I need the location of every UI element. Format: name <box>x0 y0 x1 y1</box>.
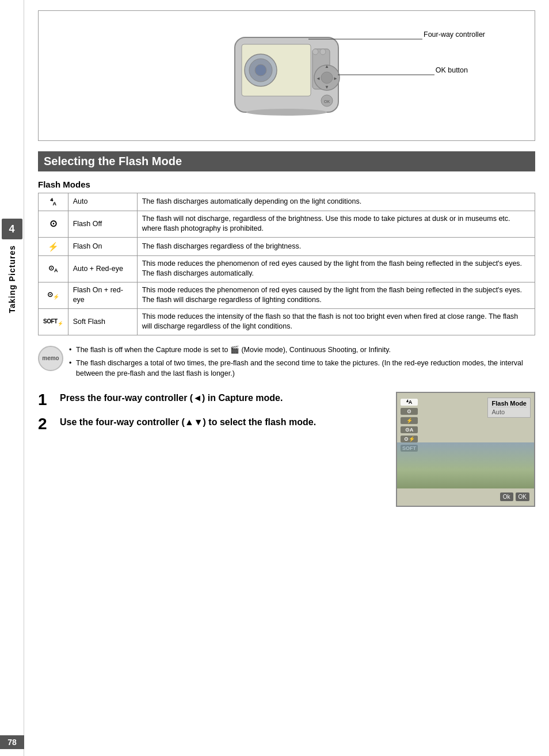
flash-description-3: This mode reduces the phenomenon of red … <box>137 255 535 282</box>
memo-content: The flash is off when the Capture mode i… <box>69 345 535 381</box>
preview-icon-0: ⁴A <box>401 399 418 406</box>
flash-mode-name-1: Flash Off <box>68 211 137 237</box>
camera-diagram: ▲ ▼ ◄ ► OK <box>38 10 535 141</box>
memo-section: memo The flash is off when the Capture m… <box>38 345 535 381</box>
flash-icon-1: ⊙ <box>39 211 68 237</box>
flash-description-0: The flash discharges automatically depen… <box>137 193 535 211</box>
sidebar: 4 Taking Pictures <box>0 0 24 756</box>
preview-icon-3: ⊙A <box>401 426 418 433</box>
flash-description-4: This mode reduces the phenomenon of red … <box>137 282 535 308</box>
preview-background <box>397 442 534 488</box>
flash-description-1: The flash will not discharge, regardless… <box>137 211 535 237</box>
flash-modes-heading: Flash Modes <box>38 180 535 189</box>
svg-point-15 <box>255 64 266 76</box>
step-2: 2 Use the four-way controller (▲▼) to se… <box>38 416 387 432</box>
preview-ok-confirm: OK <box>516 492 529 501</box>
flash-mode-name-5: Soft Flash <box>68 308 137 335</box>
memo-bullet-1: The flash discharges a total of two time… <box>69 358 535 380</box>
svg-text:▼: ▼ <box>325 85 329 90</box>
page-number: 78 <box>0 735 24 749</box>
chapter-number: 4 <box>2 219 22 239</box>
flash-icon-0: ⁴A <box>39 193 68 211</box>
step-text-2: Use the four-way controller (▲▼) to sele… <box>60 416 316 429</box>
table-row: ⊙A Auto + Red-eye This mode reduces the … <box>39 255 535 282</box>
table-row: ⚡ Flash On The flash discharges regardle… <box>39 237 535 255</box>
svg-point-16 <box>246 109 327 116</box>
flash-description-2: The flash discharges regardless of the b… <box>137 237 535 255</box>
preview-flash-mode-box: Flash Mode Auto <box>487 398 531 418</box>
svg-text:OK: OK <box>324 100 330 104</box>
svg-point-12 <box>320 49 326 55</box>
preview-flash-mode-label: Flash Mode <box>491 400 527 407</box>
preview-icon-2: ⚡ <box>401 417 418 424</box>
section-heading: Selecting the Flash Mode <box>38 151 535 171</box>
table-row: SOFT⚡ Soft Flash This mode reduces the i… <box>39 308 535 335</box>
chapter-label: Taking Pictures <box>7 245 17 313</box>
preview-flash-mode-value: Auto <box>491 408 527 415</box>
step-1: 1 Press the four-way controller (◄) in C… <box>38 392 387 408</box>
flash-mode-name-4: Flash On + red-eye <box>68 282 137 308</box>
preview-icon-4: ⊙⚡ <box>401 436 418 442</box>
preview-ok-soft: Ok <box>500 492 513 501</box>
flash-icon-4: ⊙⚡ <box>39 282 68 308</box>
memo-icon: memo <box>38 346 63 371</box>
table-row: ⁴A Auto The flash discharges automatical… <box>39 193 535 211</box>
memo-bullet-0: The flash is off when the Capture mode i… <box>69 345 535 356</box>
step-number-2: 2 <box>38 416 54 432</box>
callout-ok-button: OK button <box>436 66 468 74</box>
flash-icon-2: ⚡ <box>39 237 68 255</box>
preview-icon-1: ⊙ <box>401 408 418 415</box>
preview-ok-buttons: Ok OK <box>500 492 529 501</box>
svg-point-4 <box>321 72 333 83</box>
callout-four-way: Four-way controller <box>424 30 485 39</box>
camera-preview: ⁴A⊙⚡⊙A⊙⚡SOFT Flash Mode Auto Ok OK <box>396 392 535 507</box>
steps-text: 1 Press the four-way controller (◄) in C… <box>38 392 387 440</box>
flash-mode-name-0: Auto <box>68 193 137 211</box>
flash-icon-3: ⊙A <box>39 255 68 282</box>
flash-mode-name-3: Auto + Red-eye <box>68 255 137 282</box>
steps-container: 1 Press the four-way controller (◄) in C… <box>38 392 535 507</box>
step-text-1: Press the four-way controller (◄) in Cap… <box>60 392 283 404</box>
flash-icon-5: SOFT⚡ <box>39 308 68 335</box>
flash-modes-table: ⁴A Auto The flash discharges automatical… <box>38 193 535 335</box>
flash-description-5: This mode reduces the intensity of the f… <box>137 308 535 335</box>
table-row: ⊙ Flash Off The flash will not discharge… <box>39 211 535 237</box>
svg-point-11 <box>312 49 318 55</box>
svg-text:▲: ▲ <box>325 64 329 69</box>
flash-mode-name-2: Flash On <box>68 237 137 255</box>
table-row: ⊙⚡ Flash On + red-eye This mode reduces … <box>39 282 535 308</box>
main-content: ▲ ▼ ◄ ► OK <box>24 0 549 517</box>
svg-text:◄: ◄ <box>316 76 321 81</box>
step-number-1: 1 <box>38 392 54 408</box>
